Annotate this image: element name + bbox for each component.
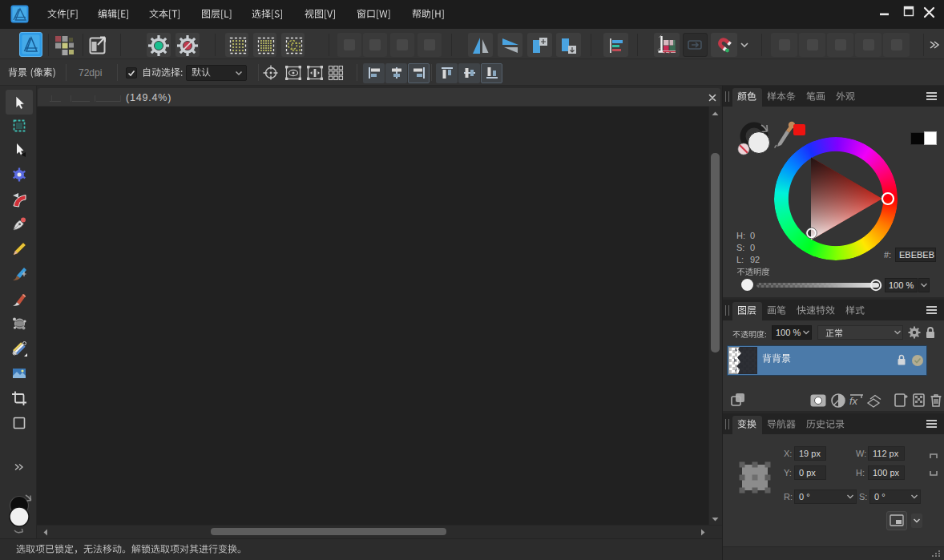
svg-text:fx: fx (849, 395, 858, 407)
